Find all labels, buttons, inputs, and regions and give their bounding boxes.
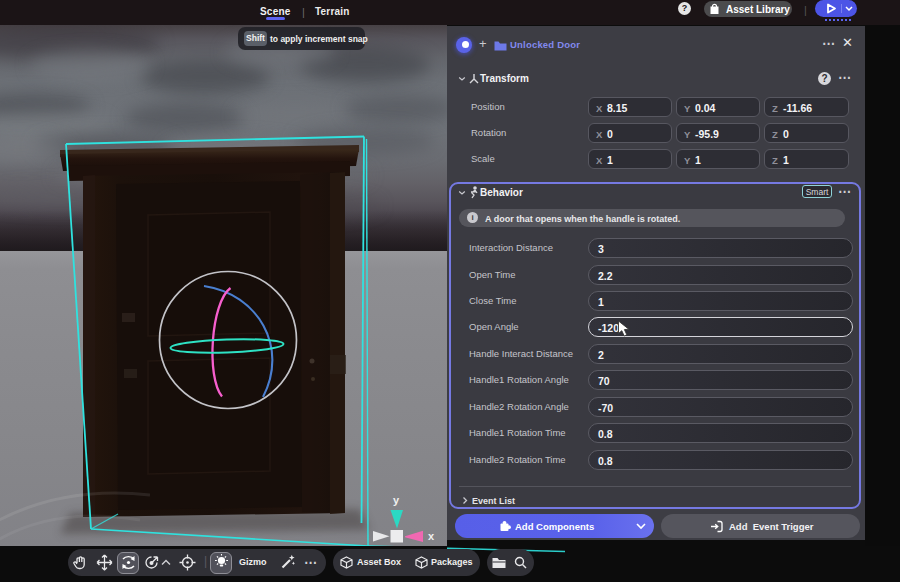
svg-text:y: y — [393, 494, 400, 506]
svg-text:x: x — [428, 530, 435, 542]
